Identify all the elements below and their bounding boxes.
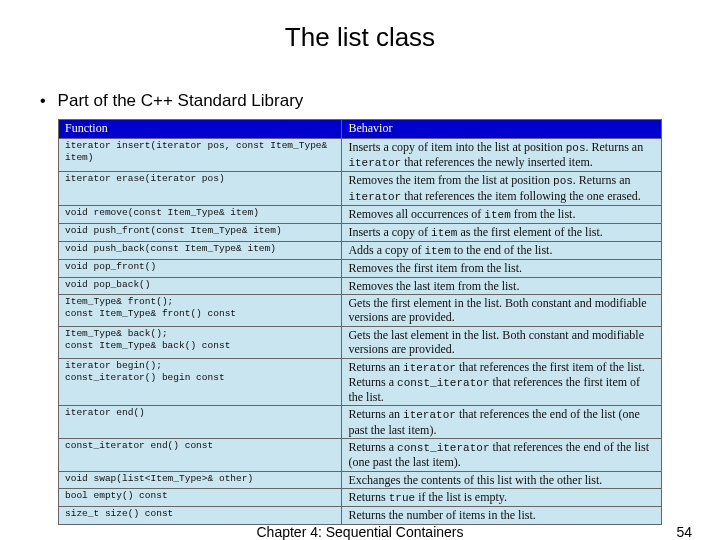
header-function: Function (59, 120, 342, 139)
behavior-cell: Adds a copy of item to the end of the li… (342, 242, 662, 260)
table-header-row: Function Behavior (59, 120, 662, 139)
function-cell: Item_Type& front(); const Item_Type& fro… (59, 295, 342, 327)
behavior-cell: Inserts a copy of item as the first elem… (342, 223, 662, 241)
function-cell: void pop_back() (59, 277, 342, 294)
slide-title: The list class (0, 0, 720, 63)
bullet-dot-icon: • (40, 91, 46, 111)
table-row: Item_Type& front(); const Item_Type& fro… (59, 295, 662, 327)
table-row: void pop_back()Removes the last item fro… (59, 277, 662, 294)
function-cell: const_iterator end() const (59, 439, 342, 472)
function-cell: iterator insert(iterator pos, const Item… (59, 139, 342, 172)
behavior-cell: Returns the number of items in the list. (342, 507, 662, 524)
function-cell: iterator end() (59, 406, 342, 439)
behavior-cell: Removes all occurrences of item from the… (342, 205, 662, 223)
footer-chapter: Chapter 4: Sequential Containers (0, 524, 720, 540)
behavior-cell: Inserts a copy of item into the list at … (342, 139, 662, 172)
function-cell: void remove(const Item_Type& item) (59, 205, 342, 223)
slide: The list class • Part of the C++ Standar… (0, 0, 720, 540)
behavior-cell: Returns an iterator that references the … (342, 358, 662, 406)
bullet-text: Part of the C++ Standard Library (58, 91, 304, 111)
methods-table-wrap: Function Behavior iterator insert(iterat… (58, 119, 662, 525)
table-row: void pop_front()Removes the first item f… (59, 260, 662, 277)
function-cell: iterator begin(); const_iterator() begin… (59, 358, 342, 406)
behavior-cell: Returns an iterator that references the … (342, 406, 662, 439)
function-cell: void pop_front() (59, 260, 342, 277)
table-row: void swap(list<Item_Type>& other)Exchang… (59, 471, 662, 488)
footer-page-number: 54 (676, 524, 692, 540)
table-row: const_iterator end() constReturns a cons… (59, 439, 662, 472)
function-cell: Item_Type& back(); const Item_Type& back… (59, 326, 342, 358)
behavior-cell: Gets the first element in the list. Both… (342, 295, 662, 327)
function-cell: void push_front(const Item_Type& item) (59, 223, 342, 241)
behavior-cell: Removes the first item from the list. (342, 260, 662, 277)
behavior-cell: Removes the last item from the list. (342, 277, 662, 294)
table-row: void remove(const Item_Type& item)Remove… (59, 205, 662, 223)
function-cell: void swap(list<Item_Type>& other) (59, 471, 342, 488)
table-row: iterator begin(); const_iterator() begin… (59, 358, 662, 406)
table-row: iterator end()Returns an iterator that r… (59, 406, 662, 439)
header-behavior: Behavior (342, 120, 662, 139)
function-cell: size_t size() const (59, 507, 342, 524)
behavior-cell: Gets the last element in the list. Both … (342, 326, 662, 358)
behavior-cell: Returns true if the list is empty. (342, 488, 662, 506)
table-row: void push_front(const Item_Type& item)In… (59, 223, 662, 241)
function-cell: iterator erase(iterator pos) (59, 172, 342, 205)
table-row: Item_Type& back(); const Item_Type& back… (59, 326, 662, 358)
behavior-cell: Removes the item from the list at positi… (342, 172, 662, 205)
methods-table: Function Behavior iterator insert(iterat… (58, 119, 662, 525)
function-cell: bool empty() const (59, 488, 342, 506)
behavior-cell: Returns a const_iterator that references… (342, 439, 662, 472)
bullet-item: • Part of the C++ Standard Library (0, 91, 720, 111)
table-row: iterator erase(iterator pos)Removes the … (59, 172, 662, 205)
table-row: void push_back(const Item_Type& item)Add… (59, 242, 662, 260)
table-row: size_t size() constReturns the number of… (59, 507, 662, 524)
table-row: iterator insert(iterator pos, const Item… (59, 139, 662, 172)
function-cell: void push_back(const Item_Type& item) (59, 242, 342, 260)
behavior-cell: Exchanges the contents of this list with… (342, 471, 662, 488)
table-row: bool empty() constReturns true if the li… (59, 488, 662, 506)
